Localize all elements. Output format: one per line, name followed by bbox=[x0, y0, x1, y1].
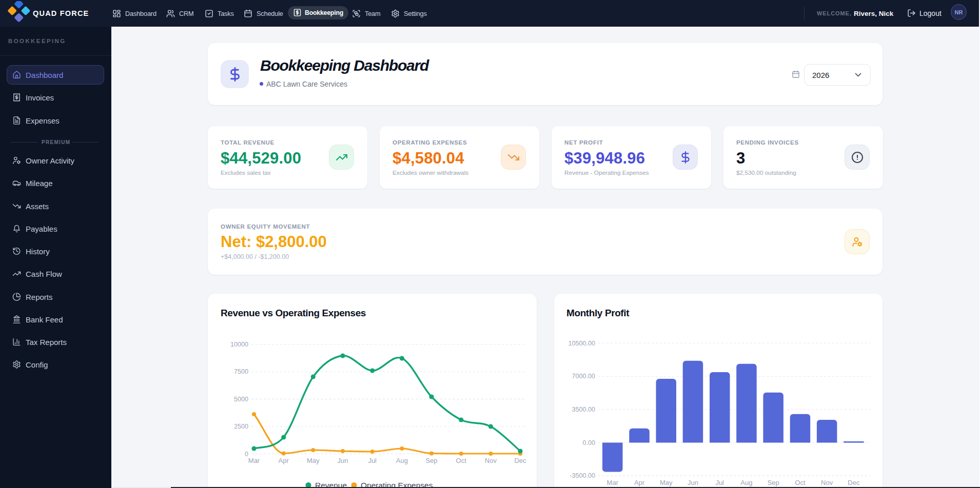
svg-text:5000: 5000 bbox=[234, 396, 248, 403]
svg-text:7000.00: 7000.00 bbox=[572, 373, 595, 380]
svg-text:Dec: Dec bbox=[514, 457, 526, 464]
svg-text:Mar: Mar bbox=[248, 457, 260, 464]
svg-text:Jun: Jun bbox=[688, 479, 698, 486]
svg-text:Nov: Nov bbox=[821, 479, 833, 486]
svg-text:Jun: Jun bbox=[338, 457, 348, 464]
svg-text:Nov: Nov bbox=[485, 457, 497, 464]
svg-text:-3500.00: -3500.00 bbox=[570, 472, 595, 479]
svg-text:Apr: Apr bbox=[279, 457, 289, 464]
svg-text:0.00: 0.00 bbox=[582, 439, 595, 446]
svg-text:2500: 2500 bbox=[234, 423, 248, 430]
svg-text:10000: 10000 bbox=[230, 341, 248, 348]
svg-text:Oct: Oct bbox=[456, 457, 467, 464]
svg-text:Sep: Sep bbox=[768, 479, 779, 486]
svg-text:Sep: Sep bbox=[425, 457, 437, 464]
svg-text:Apr: Apr bbox=[634, 479, 645, 486]
svg-text:Aug: Aug bbox=[396, 457, 408, 464]
svg-text:10500.00: 10500.00 bbox=[568, 340, 595, 347]
svg-text:Jul: Jul bbox=[715, 479, 724, 486]
svg-text:Dec: Dec bbox=[848, 479, 860, 486]
svg-text:Aug: Aug bbox=[740, 479, 752, 486]
svg-text:Oct: Oct bbox=[795, 479, 806, 486]
svg-text:Mar: Mar bbox=[607, 479, 619, 486]
svg-text:7500: 7500 bbox=[234, 368, 248, 375]
svg-text:Jul: Jul bbox=[368, 457, 377, 464]
svg-text:May: May bbox=[660, 479, 673, 486]
svg-text:3500.00: 3500.00 bbox=[572, 406, 595, 413]
svg-text:May: May bbox=[307, 457, 320, 464]
